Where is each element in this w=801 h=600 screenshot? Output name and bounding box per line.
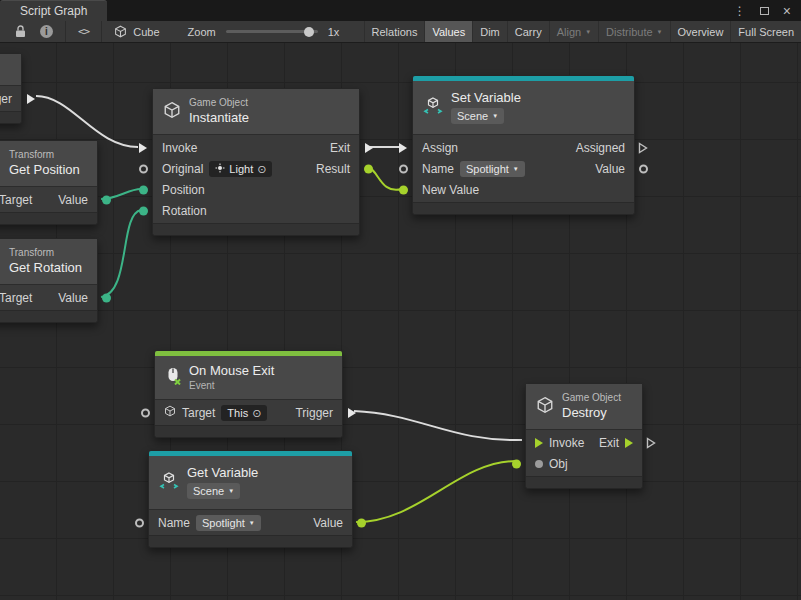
obj-input-port[interactable]	[535, 460, 543, 468]
exit-output-port[interactable]	[365, 143, 373, 153]
node-footer	[155, 425, 342, 437]
variable-name-dropdown[interactable]: Spotlight ▼	[196, 515, 261, 531]
port-label-assigned: Assigned	[576, 141, 625, 155]
toolbar-buttons: Relations Values Dim Carry Align ▼ Distr…	[364, 21, 801, 42]
node-category: Transform	[9, 150, 80, 160]
wire-rotation-value[interactable]	[101, 210, 141, 297]
value-output-port[interactable]	[102, 293, 111, 302]
wire-trigger-to-invoke[interactable]	[354, 411, 522, 440]
node-on-mouse-exit[interactable]: On Mouse Exit Event Target This ⊙ Trigge…	[154, 350, 343, 438]
node-get-variable[interactable]: Get Variable Scene ▼ Name Spotlight ▼ Va…	[148, 450, 353, 548]
zoom-slider-knob[interactable]	[304, 27, 314, 37]
node-footer	[526, 476, 642, 488]
name-input-port[interactable]	[135, 518, 144, 527]
zoom-slider[interactable]	[226, 30, 318, 33]
node-instantiate[interactable]: Game Object Instantiate Invoke Exit Orig…	[152, 88, 360, 236]
exit-inline-port[interactable]	[625, 438, 633, 448]
trigger-output-port[interactable]	[348, 408, 356, 418]
variable-name-dropdown[interactable]: Spotlight ▼	[460, 161, 525, 177]
unity-visual-scripting-window: Script Graph ⋮ × i <> Cube Zoom 1x Relat	[0, 0, 801, 600]
node-header: Game Object Instantiate	[153, 89, 359, 135]
close-icon[interactable]: ×	[783, 3, 791, 19]
variable-icon	[423, 97, 443, 118]
original-object-field[interactable]: Light ⊙	[209, 161, 272, 177]
invoke-input-port[interactable]	[139, 143, 147, 153]
node-title: Get Variable	[187, 466, 258, 480]
chevron-down-icon: ▼	[249, 520, 255, 526]
port-label-target: Target	[0, 291, 32, 305]
node-header: Set Variable Scene ▼	[413, 81, 634, 135]
port-label-new-value: New Value	[422, 183, 479, 197]
port-label-result: Result	[316, 162, 350, 176]
position-input-port[interactable]	[139, 185, 148, 194]
lock-icon[interactable]	[8, 21, 33, 42]
light-object-icon	[215, 162, 225, 176]
dim-button[interactable]: Dim	[472, 21, 507, 42]
graph-toolbar: i <> Cube Zoom 1x Relations Values Dim C…	[0, 21, 801, 43]
port-label-exit: Exit	[599, 436, 619, 450]
port-label-value: Value	[313, 516, 343, 530]
original-input-port[interactable]	[139, 164, 148, 173]
align-dropdown[interactable]: Align ▼	[549, 21, 598, 42]
wire-result-to-newvalue[interactable]	[368, 168, 402, 190]
tab-script-graph[interactable]: Script Graph	[0, 0, 107, 21]
flow-output-port[interactable]	[27, 94, 35, 104]
assign-input-port[interactable]	[399, 143, 407, 153]
wires-layer	[0, 43, 801, 600]
tab-bar: Script Graph ⋮ ×	[0, 0, 801, 21]
node-set-variable[interactable]: Set Variable Scene ▼ Assign Assigned	[412, 75, 635, 215]
cube-icon	[163, 101, 181, 122]
info-icon[interactable]: i	[33, 21, 60, 42]
node-header: Game Object Destroy	[526, 384, 642, 430]
invoke-input-port[interactable]	[535, 438, 543, 448]
code-view-icon[interactable]: <>	[71, 21, 96, 42]
obj-wire-endpoint[interactable]	[512, 459, 521, 468]
kebab-menu-icon[interactable]: ⋮	[734, 4, 746, 18]
port-label-name: Name	[158, 516, 190, 530]
node-footer	[413, 202, 634, 214]
clipped-node[interactable]: Trigger	[0, 53, 22, 124]
target-object-field[interactable]: This ⊙	[221, 405, 267, 421]
maximize-icon[interactable]	[760, 7, 769, 15]
node-header: On Mouse Exit Event	[155, 356, 342, 400]
port-label-original: Original	[162, 162, 203, 176]
port-label-name: Name	[422, 162, 454, 176]
new-value-input-port[interactable]	[399, 185, 408, 194]
fullscreen-button[interactable]: Full Screen	[730, 21, 801, 42]
object-field-value: Light	[229, 162, 253, 176]
value-output-port[interactable]	[639, 164, 648, 173]
distribute-dropdown[interactable]: Distribute ▼	[598, 21, 669, 42]
node-category: Game Object	[189, 98, 249, 108]
result-output-port[interactable]	[364, 164, 373, 173]
node-get-rotation[interactable]: Transform Get Rotation Target Value	[0, 238, 98, 323]
variable-scope-dropdown[interactable]: Scene ▼	[451, 108, 504, 124]
node-title: Set Variable	[451, 91, 521, 105]
node-destroy[interactable]: Game Object Destroy Invoke Exit	[525, 383, 643, 489]
assigned-output-port[interactable]	[638, 142, 648, 154]
target-input-port[interactable]	[141, 408, 150, 417]
node-footer	[0, 310, 97, 322]
exit-output-port[interactable]	[646, 437, 656, 449]
value-output-port[interactable]	[102, 195, 111, 204]
carry-button[interactable]: Carry	[507, 21, 549, 42]
toolbar-separator	[65, 21, 66, 42]
port-label-target: Target	[182, 406, 215, 420]
values-button[interactable]: Values	[424, 21, 472, 42]
port-label-assign: Assign	[422, 141, 458, 155]
tab-label: Script Graph	[20, 4, 87, 18]
name-input-port[interactable]	[399, 164, 408, 173]
relations-button[interactable]: Relations	[364, 21, 425, 42]
node-title: Instantiate	[189, 111, 249, 125]
context-object-label[interactable]: Cube	[133, 26, 159, 38]
node-get-position[interactable]: Transform Get Position Target Value	[0, 140, 98, 225]
variable-scope-dropdown[interactable]: Scene ▼	[187, 483, 240, 499]
object-picker-icon[interactable]: ⊙	[257, 162, 266, 176]
graph-canvas[interactable]: Trigger Transform Get Position Target Va…	[0, 43, 801, 600]
node-header: Transform Get Rotation	[0, 239, 97, 285]
chevron-down-icon: ▼	[513, 166, 519, 172]
rotation-input-port[interactable]	[139, 206, 148, 215]
overview-button[interactable]: Overview	[670, 21, 731, 42]
value-output-port[interactable]	[357, 518, 366, 527]
object-picker-icon[interactable]: ⊙	[252, 406, 261, 420]
wire-variable-to-obj[interactable]	[356, 461, 516, 522]
